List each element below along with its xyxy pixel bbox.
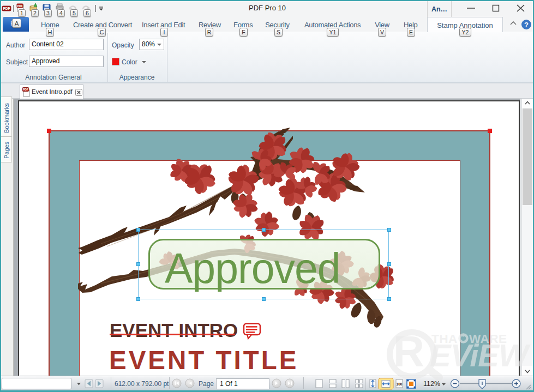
svg-text:PDF: PDF [17, 4, 23, 8]
svg-text:PDF: PDF [3, 7, 10, 10]
svg-text:R: R [393, 327, 424, 376]
svg-text:EViEW: EViEW [430, 337, 531, 373]
svg-text:PDF: PDF [23, 88, 28, 91]
svg-text:?: ? [524, 21, 529, 29]
